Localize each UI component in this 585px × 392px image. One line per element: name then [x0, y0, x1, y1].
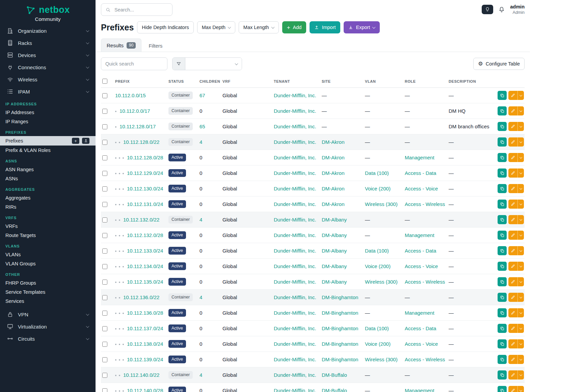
tenant-link[interactable]: Dunder-Mifflin, Inc. — [274, 325, 316, 331]
sidebar-item-organization[interactable]: Organization — [0, 25, 96, 37]
sidebar-item-devices[interactable]: Devices — [0, 49, 96, 61]
prefix-link[interactable]: 10.112.136.0/28 — [127, 310, 163, 316]
tenant-link[interactable]: Dunder-Mifflin, Inc. — [274, 357, 316, 362]
edit-button[interactable] — [508, 91, 517, 100]
site-link[interactable]: DM-Akron — [322, 139, 345, 145]
edit-button[interactable] — [508, 168, 517, 178]
vlan-link[interactable]: Data (100) — [365, 325, 389, 331]
edit-button[interactable] — [508, 137, 517, 147]
site-link[interactable]: DM-Binghamton — [322, 325, 358, 331]
row-checkbox[interactable] — [102, 311, 107, 316]
edit-button[interactable] — [508, 355, 517, 364]
tenant-link[interactable]: Dunder-Mifflin, Inc. — [274, 294, 316, 300]
row-actions-dropdown-toggle[interactable] — [517, 122, 524, 131]
site-link[interactable]: DM-Akron — [322, 170, 345, 176]
row-checkbox[interactable] — [102, 109, 107, 114]
row-actions-dropdown-toggle[interactable] — [517, 386, 524, 392]
clone-button[interactable] — [498, 246, 507, 255]
column-header-children[interactable]: Children — [197, 75, 220, 88]
children-count-link[interactable]: 4 — [200, 217, 202, 223]
sidebar-item-ip-ranges[interactable]: IP Ranges — [0, 117, 96, 126]
clone-button[interactable] — [498, 91, 507, 100]
row-actions-dropdown-toggle[interactable] — [517, 200, 524, 209]
sidebar-item-ip-addresses[interactable]: IP Addresses — [0, 108, 96, 117]
row-checkbox[interactable] — [102, 249, 107, 254]
row-checkbox[interactable] — [102, 140, 107, 145]
configure-table-button[interactable]: ⚙ Configure Table — [473, 58, 525, 70]
row-checkbox[interactable] — [102, 171, 107, 176]
tenant-link[interactable]: Dunder-Mifflin, Inc. — [274, 279, 316, 285]
row-actions-dropdown-toggle[interactable] — [517, 137, 524, 147]
sidebar-item-vlan-groups[interactable]: VLAN Groups — [0, 259, 96, 268]
column-header-description[interactable]: Description — [446, 75, 492, 88]
column-header-role[interactable]: Role — [402, 75, 446, 88]
clone-button[interactable] — [498, 137, 507, 147]
role-link[interactable]: Access - Voice — [405, 186, 438, 191]
role-link[interactable]: Management — [405, 310, 434, 316]
site-link[interactable]: DM-Akron — [322, 155, 345, 160]
edit-button[interactable] — [508, 386, 517, 392]
max-depth-dropdown[interactable]: Max Depth — [197, 21, 235, 33]
vlan-link[interactable]: Voice (200) — [365, 263, 391, 269]
site-link[interactable]: DM-Akron — [322, 201, 345, 207]
row-actions-dropdown-toggle[interactable] — [517, 246, 524, 255]
column-header-tenant[interactable]: Tenant — [271, 75, 319, 88]
role-link[interactable]: Access - Wireless — [405, 201, 445, 207]
prefix-link[interactable]: 10.112.128.0/28 — [127, 155, 163, 160]
edit-button[interactable] — [508, 324, 517, 333]
row-actions-dropdown-toggle[interactable] — [517, 293, 524, 302]
row-actions-dropdown-toggle[interactable] — [517, 215, 524, 224]
site-link[interactable]: DM-Buffalo — [322, 372, 347, 378]
role-link[interactable]: Access - Wireless — [405, 279, 445, 285]
tenant-link[interactable]: Dunder-Mifflin, Inc. — [274, 217, 316, 223]
site-link[interactable]: DM-Akron — [322, 186, 345, 191]
tenant-link[interactable]: Dunder-Mifflin, Inc. — [274, 186, 316, 191]
prefix-link[interactable]: 10.112.132.0/22 — [123, 217, 159, 223]
row-checkbox[interactable] — [102, 93, 107, 98]
clone-button[interactable] — [498, 324, 507, 333]
site-link[interactable]: DM-Albany — [322, 217, 347, 223]
row-checkbox[interactable] — [102, 202, 107, 207]
quick-search-input[interactable] — [101, 57, 167, 70]
prefix-link[interactable]: 10.112.133.0/24 — [127, 248, 163, 254]
sidebar-item-wireless[interactable]: Wireless — [0, 73, 96, 85]
row-actions-dropdown-toggle[interactable] — [517, 106, 524, 115]
tenant-link[interactable]: Dunder-Mifflin, Inc. — [274, 139, 316, 145]
row-checkbox[interactable] — [102, 388, 107, 392]
select-all-checkbox[interactable] — [102, 79, 107, 84]
user-menu[interactable]: admin Admin — [510, 4, 525, 15]
row-actions-dropdown-toggle[interactable] — [517, 231, 524, 240]
clone-button[interactable] — [498, 106, 507, 115]
site-link[interactable]: DM-Binghamton — [322, 341, 358, 347]
role-link[interactable]: Management — [405, 388, 434, 392]
sidebar-item-ipam[interactable]: IPAM — [0, 85, 96, 98]
clone-button[interactable] — [498, 277, 507, 286]
site-link[interactable]: DM-Buffalo — [322, 388, 347, 392]
sidebar-item-rirs[interactable]: RIRs — [0, 202, 96, 211]
row-actions-dropdown-toggle[interactable] — [517, 168, 524, 178]
row-actions-dropdown-toggle[interactable] — [517, 153, 524, 162]
clone-button[interactable] — [498, 339, 507, 348]
tenant-link[interactable]: Dunder-Mifflin, Inc. — [274, 263, 316, 269]
row-checkbox[interactable] — [102, 342, 107, 347]
sidebar-item-route-targets[interactable]: Route Targets — [0, 231, 96, 240]
role-link[interactable]: Access - Voice — [405, 341, 438, 347]
row-checkbox[interactable] — [102, 155, 107, 160]
prefix-link[interactable]: 10.112.132.0/28 — [127, 232, 163, 238]
edit-button[interactable] — [508, 339, 517, 348]
edit-button[interactable] — [508, 246, 517, 255]
clone-button[interactable] — [498, 355, 507, 364]
row-checkbox[interactable] — [102, 217, 107, 223]
column-header-site[interactable]: Site — [319, 75, 362, 88]
prefix-link[interactable]: 10.112.128.0/17 — [119, 124, 156, 129]
sidebar-item-service-templates[interactable]: Service Templates — [0, 287, 96, 296]
sidebar-item-aggregates[interactable]: Aggregates — [0, 193, 96, 202]
filter-funnel-button[interactable] — [172, 58, 185, 70]
site-link[interactable]: DM-Albany — [322, 263, 347, 269]
edit-button[interactable] — [508, 200, 517, 209]
role-link[interactable]: Access - Data — [405, 170, 436, 176]
row-checkbox[interactable] — [102, 280, 107, 285]
sidebar-item-connections[interactable]: Connections — [0, 61, 96, 73]
tenant-link[interactable]: Dunder-Mifflin, Inc. — [274, 201, 316, 207]
row-checkbox[interactable] — [102, 264, 107, 269]
